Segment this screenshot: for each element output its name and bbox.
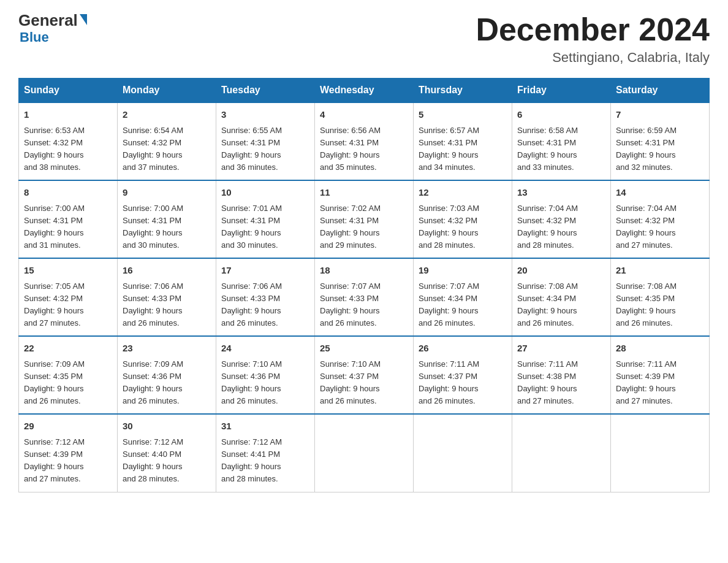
calendar-day-cell: 12 Sunrise: 7:03 AMSunset: 4:32 PMDaylig… [414, 180, 512, 258]
calendar-day-cell [512, 414, 611, 492]
day-number: 27 [517, 342, 605, 356]
calendar-day-cell: 28 Sunrise: 7:11 AMSunset: 4:39 PMDaylig… [611, 336, 710, 414]
day-info: Sunrise: 7:12 AMSunset: 4:40 PMDaylight:… [123, 437, 183, 483]
day-info: Sunrise: 7:03 AMSunset: 4:32 PMDaylight:… [419, 204, 479, 250]
calendar-week-row-5: 29 Sunrise: 7:12 AMSunset: 4:39 PMDaylig… [19, 414, 710, 492]
day-number: 6 [517, 108, 605, 122]
day-number: 1 [24, 108, 112, 122]
calendar-day-cell: 29 Sunrise: 7:12 AMSunset: 4:39 PMDaylig… [19, 414, 118, 492]
calendar-week-row-2: 8 Sunrise: 7:00 AMSunset: 4:31 PMDayligh… [19, 180, 710, 258]
calendar-day-cell: 1 Sunrise: 6:53 AMSunset: 4:32 PMDayligh… [19, 102, 118, 180]
calendar-day-cell: 6 Sunrise: 6:58 AMSunset: 4:31 PMDayligh… [512, 102, 611, 180]
day-number: 31 [221, 419, 309, 434]
calendar-day-cell: 15 Sunrise: 7:05 AMSunset: 4:32 PMDaylig… [19, 258, 118, 336]
day-number: 29 [24, 419, 112, 434]
calendar-day-cell: 21 Sunrise: 7:08 AMSunset: 4:35 PMDaylig… [611, 258, 710, 336]
day-number: 8 [24, 186, 112, 200]
day-info: Sunrise: 7:00 AMSunset: 4:31 PMDaylight:… [24, 204, 85, 250]
day-number: 12 [419, 186, 507, 200]
day-info: Sunrise: 7:08 AMSunset: 4:34 PMDaylight:… [517, 282, 578, 327]
calendar-day-cell: 10 Sunrise: 7:01 AMSunset: 4:31 PMDaylig… [216, 180, 315, 258]
day-number: 15 [24, 264, 112, 278]
day-number: 2 [123, 108, 211, 122]
calendar-header-wednesday: Wednesday [315, 79, 414, 103]
day-info: Sunrise: 7:09 AMSunset: 4:36 PMDaylight:… [123, 359, 183, 405]
day-number: 13 [517, 186, 605, 200]
day-number: 4 [320, 108, 408, 122]
day-number: 18 [320, 264, 408, 278]
calendar-header-monday: Monday [118, 79, 216, 103]
calendar-day-cell: 25 Sunrise: 7:10 AMSunset: 4:37 PMDaylig… [315, 336, 414, 414]
calendar-day-cell [611, 414, 710, 492]
calendar-day-cell: 24 Sunrise: 7:10 AMSunset: 4:36 PMDaylig… [216, 336, 315, 414]
calendar-day-cell: 17 Sunrise: 7:06 AMSunset: 4:33 PMDaylig… [216, 258, 315, 336]
day-info: Sunrise: 7:01 AMSunset: 4:31 PMDaylight:… [221, 204, 282, 250]
day-number: 14 [616, 186, 704, 200]
calendar-day-cell: 23 Sunrise: 7:09 AMSunset: 4:36 PMDaylig… [118, 336, 216, 414]
day-info: Sunrise: 7:04 AMSunset: 4:32 PMDaylight:… [616, 204, 677, 250]
calendar-header-tuesday: Tuesday [216, 79, 315, 103]
day-info: Sunrise: 7:06 AMSunset: 4:33 PMDaylight:… [123, 282, 183, 327]
day-info: Sunrise: 6:55 AMSunset: 4:31 PMDaylight:… [221, 126, 282, 172]
logo-blue: Blue [20, 29, 49, 45]
day-info: Sunrise: 7:05 AMSunset: 4:32 PMDaylight:… [24, 282, 85, 327]
day-number: 19 [419, 264, 507, 278]
day-info: Sunrise: 7:07 AMSunset: 4:33 PMDaylight:… [320, 282, 381, 327]
day-number: 22 [24, 342, 112, 356]
day-number: 7 [616, 108, 704, 122]
calendar-week-row-4: 22 Sunrise: 7:09 AMSunset: 4:35 PMDaylig… [19, 336, 710, 414]
day-number: 9 [123, 186, 211, 200]
day-info: Sunrise: 7:12 AMSunset: 4:41 PMDaylight:… [221, 437, 282, 483]
day-info: Sunrise: 7:07 AMSunset: 4:34 PMDaylight:… [419, 282, 479, 327]
day-info: Sunrise: 6:54 AMSunset: 4:32 PMDaylight:… [123, 126, 183, 172]
day-number: 21 [616, 264, 704, 278]
calendar-header-saturday: Saturday [611, 79, 710, 103]
calendar-week-row-3: 15 Sunrise: 7:05 AMSunset: 4:32 PMDaylig… [19, 258, 710, 336]
location-subtitle: Settingiano, Calabria, Italy [476, 50, 710, 66]
calendar-day-cell: 19 Sunrise: 7:07 AMSunset: 4:34 PMDaylig… [414, 258, 512, 336]
day-number: 5 [419, 108, 507, 122]
day-number: 23 [123, 342, 211, 356]
calendar-day-cell: 27 Sunrise: 7:11 AMSunset: 4:38 PMDaylig… [512, 336, 611, 414]
calendar-day-cell: 16 Sunrise: 7:06 AMSunset: 4:33 PMDaylig… [118, 258, 216, 336]
day-number: 3 [221, 108, 309, 122]
calendar-day-cell: 31 Sunrise: 7:12 AMSunset: 4:41 PMDaylig… [216, 414, 315, 492]
calendar-week-row-1: 1 Sunrise: 6:53 AMSunset: 4:32 PMDayligh… [19, 102, 710, 180]
day-number: 10 [221, 186, 309, 200]
day-info: Sunrise: 7:00 AMSunset: 4:31 PMDaylight:… [123, 204, 183, 250]
calendar-day-cell: 11 Sunrise: 7:02 AMSunset: 4:31 PMDaylig… [315, 180, 414, 258]
day-number: 17 [221, 264, 309, 278]
day-number: 25 [320, 342, 408, 356]
calendar-day-cell: 4 Sunrise: 6:56 AMSunset: 4:31 PMDayligh… [315, 102, 414, 180]
calendar-day-cell: 9 Sunrise: 7:00 AMSunset: 4:31 PMDayligh… [118, 180, 216, 258]
logo: General Blue [18, 12, 87, 45]
day-number: 20 [517, 264, 605, 278]
day-info: Sunrise: 7:09 AMSunset: 4:35 PMDaylight:… [24, 359, 85, 405]
calendar-day-cell: 18 Sunrise: 7:07 AMSunset: 4:33 PMDaylig… [315, 258, 414, 336]
day-info: Sunrise: 7:02 AMSunset: 4:31 PMDaylight:… [320, 204, 381, 250]
calendar-day-cell: 7 Sunrise: 6:59 AMSunset: 4:31 PMDayligh… [611, 102, 710, 180]
calendar-day-cell [315, 414, 414, 492]
day-info: Sunrise: 7:11 AMSunset: 4:38 PMDaylight:… [517, 359, 578, 405]
calendar-header-thursday: Thursday [414, 79, 512, 103]
calendar-day-cell: 22 Sunrise: 7:09 AMSunset: 4:35 PMDaylig… [19, 336, 118, 414]
day-number: 11 [320, 186, 408, 200]
day-info: Sunrise: 6:58 AMSunset: 4:31 PMDaylight:… [517, 126, 578, 172]
day-number: 28 [616, 342, 704, 356]
calendar-day-cell: 2 Sunrise: 6:54 AMSunset: 4:32 PMDayligh… [118, 102, 216, 180]
calendar-day-cell: 13 Sunrise: 7:04 AMSunset: 4:32 PMDaylig… [512, 180, 611, 258]
calendar-day-cell: 8 Sunrise: 7:00 AMSunset: 4:31 PMDayligh… [19, 180, 118, 258]
day-info: Sunrise: 7:10 AMSunset: 4:37 PMDaylight:… [320, 359, 381, 405]
logo-general: General [18, 12, 78, 28]
calendar-header-sunday: Sunday [19, 79, 118, 103]
calendar-day-cell: 3 Sunrise: 6:55 AMSunset: 4:31 PMDayligh… [216, 102, 315, 180]
day-info: Sunrise: 6:56 AMSunset: 4:31 PMDaylight:… [320, 126, 381, 172]
calendar-table: SundayMondayTuesdayWednesdayThursdayFrid… [18, 78, 710, 492]
day-info: Sunrise: 6:57 AMSunset: 4:31 PMDaylight:… [419, 126, 479, 172]
day-number: 30 [123, 419, 211, 434]
day-info: Sunrise: 6:59 AMSunset: 4:31 PMDaylight:… [616, 126, 677, 172]
day-info: Sunrise: 7:08 AMSunset: 4:35 PMDaylight:… [616, 282, 677, 327]
day-info: Sunrise: 7:06 AMSunset: 4:33 PMDaylight:… [221, 282, 282, 327]
day-number: 26 [419, 342, 507, 356]
page-header: General Blue December 2024 Settingiano, … [18, 12, 710, 66]
